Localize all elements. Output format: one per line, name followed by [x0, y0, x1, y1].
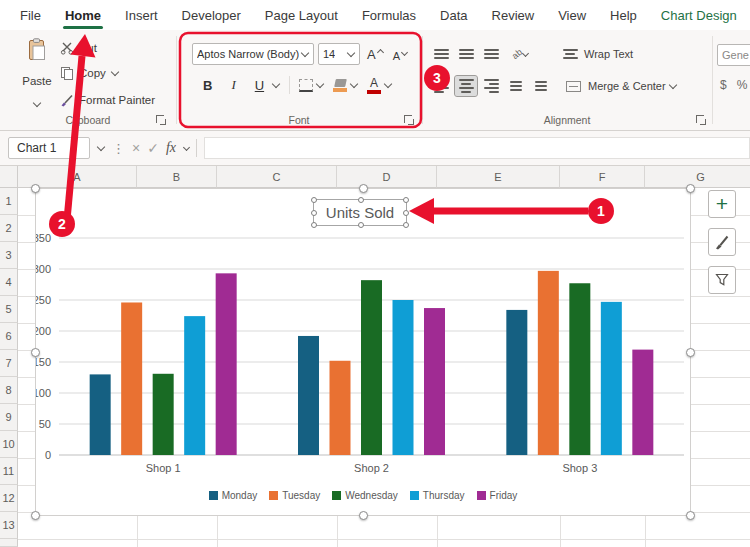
bar-shop-2-thursday[interactable]	[393, 300, 414, 455]
bar-shop-1-thursday[interactable]	[184, 316, 205, 455]
y-axis-tick: 350	[36, 232, 51, 244]
row-header-4[interactable]: 4	[0, 269, 18, 296]
row-header-7[interactable]: 7	[0, 350, 18, 377]
row-header-9[interactable]: 9	[0, 404, 18, 431]
legend-label: Monday	[222, 490, 258, 501]
bar-shop-1-tuesday[interactable]	[121, 302, 142, 455]
x-axis-label: Shop 2	[354, 462, 389, 474]
row-header-8[interactable]: 8	[0, 377, 18, 404]
chart-filters-button[interactable]	[708, 266, 736, 294]
chart-resize-handle[interactable]	[31, 184, 40, 193]
column-header-f[interactable]: F	[560, 166, 645, 188]
column-header-e[interactable]: E	[437, 166, 560, 188]
excel-window: FileHomeInsertDeveloperPage LayoutFormul…	[0, 0, 750, 547]
spreadsheet: 050100150200250300350Shop 1Shop 2Shop 3 …	[0, 0, 750, 547]
title-resize-handle[interactable]	[311, 210, 317, 216]
chart-resize-handle[interactable]	[31, 511, 40, 520]
legend-label: Wednesday	[345, 490, 398, 501]
y-axis-tick: 100	[36, 387, 51, 399]
bar-shop-3-thursday[interactable]	[601, 302, 622, 455]
bar-shop-1-monday[interactable]	[90, 374, 111, 455]
legend-label: Friday	[490, 490, 518, 501]
column-header-g[interactable]: G	[645, 166, 750, 188]
chart-resize-handle[interactable]	[686, 511, 695, 520]
legend-item-thursday[interactable]: Thursday	[410, 490, 465, 501]
legend-item-monday[interactable]: Monday	[209, 490, 258, 501]
bar-shop-2-monday[interactable]	[298, 336, 319, 455]
chart-styles-button[interactable]	[708, 228, 736, 256]
bar-shop-1-wednesday[interactable]	[153, 374, 174, 455]
annotation-step-3-badge: 3	[424, 65, 450, 91]
legend-swatch	[332, 491, 341, 500]
bar-shop-2-tuesday[interactable]	[330, 361, 351, 455]
row-header-5[interactable]: 5	[0, 296, 18, 323]
row-header-3[interactable]: 3	[0, 242, 18, 269]
bar-shop-3-tuesday[interactable]	[538, 271, 559, 455]
bar-shop-1-friday[interactable]	[216, 273, 237, 455]
legend-swatch	[477, 491, 486, 500]
row-header-2[interactable]: 2	[0, 215, 18, 242]
funnel-icon	[714, 272, 730, 288]
x-axis-label: Shop 3	[562, 462, 597, 474]
column-header-d[interactable]: D	[337, 166, 437, 188]
bar-shop-3-friday[interactable]	[632, 350, 653, 455]
legend-swatch	[410, 491, 419, 500]
row-header-10[interactable]: 10	[0, 431, 18, 458]
legend-item-friday[interactable]: Friday	[477, 490, 518, 501]
chart-title-box[interactable]: Units Sold	[313, 199, 407, 226]
legend-item-tuesday[interactable]: Tuesday	[269, 490, 320, 501]
legend-item-wednesday[interactable]: Wednesday	[332, 490, 398, 501]
bar-chart-plot: 050100150200250300350Shop 1Shop 2Shop 3	[36, 189, 690, 515]
title-resize-handle[interactable]	[403, 222, 409, 228]
legend-swatch	[209, 491, 218, 500]
chart-resize-handle[interactable]	[359, 511, 368, 520]
plus-icon: +	[716, 193, 728, 214]
row-header-6[interactable]: 6	[0, 323, 18, 350]
bar-shop-2-friday[interactable]	[424, 308, 445, 455]
chart-resize-handle[interactable]	[686, 184, 695, 193]
y-axis-tick: 50	[39, 418, 51, 430]
y-axis-tick: 0	[45, 449, 51, 461]
bar-shop-2-wednesday[interactable]	[361, 280, 382, 455]
bar-shop-3-wednesday[interactable]	[569, 283, 590, 455]
y-axis-tick: 200	[36, 325, 51, 337]
title-resize-handle[interactable]	[311, 222, 317, 228]
legend-label: Thursday	[423, 490, 465, 501]
chart-resize-handle[interactable]	[31, 348, 40, 357]
chart-object[interactable]: 050100150200250300350Shop 1Shop 2Shop 3 …	[35, 188, 691, 516]
row-header-partial	[0, 539, 18, 547]
x-axis-label: Shop 1	[146, 462, 181, 474]
chart-resize-handle[interactable]	[686, 348, 695, 357]
title-resize-handle[interactable]	[358, 222, 364, 228]
column-header-c[interactable]: C	[217, 166, 337, 188]
chart-legend: MondayTuesdayWednesdayThursdayFriday	[36, 490, 690, 501]
row-header-1[interactable]: 1	[0, 188, 18, 215]
legend-swatch	[269, 491, 278, 500]
y-axis-tick: 300	[36, 263, 51, 275]
row-header-12[interactable]: 12	[0, 485, 18, 512]
annotation-step-1-badge: 1	[588, 198, 614, 224]
chart-title: Units Sold	[326, 204, 394, 221]
row-header-13[interactable]: 13	[0, 512, 18, 539]
select-all-corner[interactable]	[0, 166, 18, 188]
chart-elements-button[interactable]: +	[708, 190, 736, 218]
y-axis-tick: 250	[36, 294, 51, 306]
legend-label: Tuesday	[282, 490, 320, 501]
row-header-11[interactable]: 11	[0, 458, 18, 485]
column-header-b[interactable]: B	[137, 166, 217, 188]
bar-shop-3-monday[interactable]	[506, 310, 527, 455]
title-resize-handle[interactable]	[403, 197, 409, 203]
brush-icon	[714, 234, 730, 250]
y-axis-tick: 150	[36, 356, 51, 368]
title-resize-handle[interactable]	[358, 197, 364, 203]
title-resize-handle[interactable]	[311, 197, 317, 203]
chart-resize-handle[interactable]	[359, 184, 368, 193]
gridline	[18, 539, 750, 540]
annotation-step-2-badge: 2	[49, 211, 75, 237]
title-resize-handle[interactable]	[403, 210, 409, 216]
